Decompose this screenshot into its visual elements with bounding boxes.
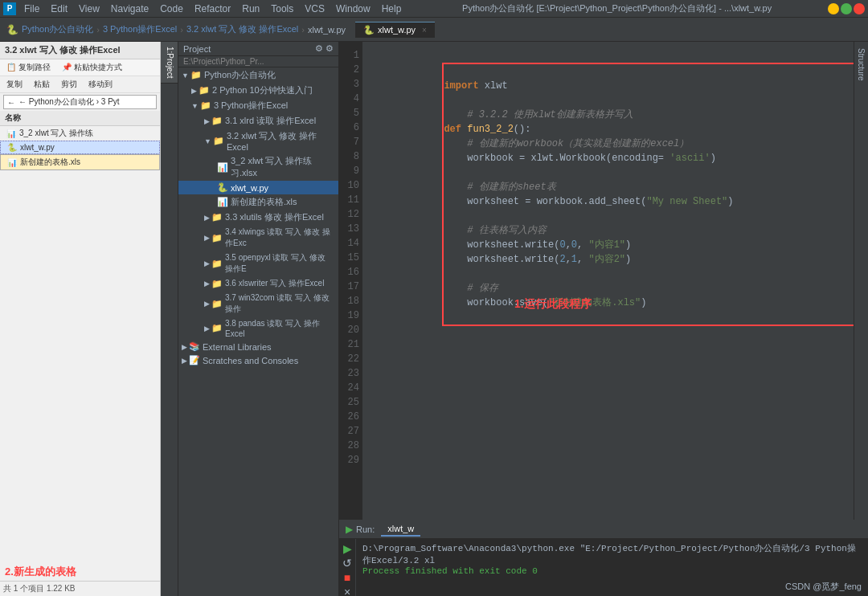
tree-arrow-31: ▶: [204, 117, 210, 125]
code-line-11: # 往表格写入内容: [444, 225, 546, 236]
tree-label-31: 3.1 xlrd 读取 操作Excel: [225, 115, 316, 127]
tree-item-33[interactable]: ▶ 📁 3.3 xlutils 修改 操作Excel: [178, 210, 338, 225]
breadcrumb-active: xlwt_w.py: [308, 25, 346, 35]
explorer-item-xlsx[interactable]: 📊 3_2 xlwt 写入 操作练: [0, 126, 160, 141]
run-tab-xlwt[interactable]: xlwt_w: [381, 522, 420, 537]
cut-button[interactable]: 剪切: [58, 78, 80, 91]
folder-icon-3: 📁: [200, 100, 211, 111]
run-rerun-button[interactable]: ↺: [342, 557, 352, 569]
project-settings-button[interactable]: ⚙: [315, 43, 323, 54]
path-back[interactable]: ←: [7, 98, 15, 107]
line-num-17: 17: [342, 280, 359, 294]
tree-item-root[interactable]: ▼ 📁 Python办公自动化: [178, 67, 338, 83]
tree-arrow-root: ▼: [182, 71, 189, 80]
structure-tab: Structure: [854, 42, 868, 520]
side-tab-project[interactable]: 1:Project: [161, 42, 178, 84]
breadcrumb-3[interactable]: 3.2 xlwt 写入 修改 操作Excel: [186, 23, 298, 35]
code-line-18: [373, 342, 379, 353]
menu-edit[interactable]: Edit: [46, 2, 72, 16]
csdn-badge: CSDN @觅梦_feng: [785, 581, 862, 593]
folder-icon-ext: 📚: [189, 341, 200, 352]
run-stop-button[interactable]: ■: [342, 571, 352, 584]
project-panel-icons: ⚙ ⚙: [315, 43, 334, 54]
tree-label-xls: 新创建的表格.xls: [231, 196, 297, 208]
project-path: E:\Project\Python_Pr...: [178, 56, 338, 67]
tree-item-xlsx[interactable]: 📊 3_2 xlwt 写入 操作练习.xlsx: [178, 153, 338, 181]
tree-arrow-32: ▼: [204, 137, 211, 145]
file-icon-py2: 🐍: [7, 143, 17, 152]
structure-tab-label[interactable]: Structure: [855, 45, 867, 84]
explorer-file-list: 📊 3_2 xlwt 写入 操作练 🐍 xlwt_w.py 📊 新创建的表格.x…: [0, 126, 160, 560]
tree-item-31[interactable]: ▶ 📁 3.1 xlrd 读取 操作Excel: [178, 113, 338, 129]
line-num-13: 13: [342, 222, 359, 236]
run-close-button[interactable]: ×: [342, 586, 352, 596]
menu-code[interactable]: Code: [155, 2, 188, 16]
code-line-20: [373, 371, 379, 382]
folder-icon-38: 📁: [211, 323, 223, 333]
tree-label-34: 3.4 xlwings 读取 写入 修改 操作Exc: [225, 227, 335, 249]
run-label: Run:: [356, 525, 375, 534]
copy-path-button[interactable]: 📋 复制路径: [3, 61, 54, 74]
paste-shortcut-button[interactable]: 📌 粘贴快捷方式: [59, 61, 125, 74]
menu-tools[interactable]: Tools: [266, 2, 298, 16]
tree-item-3[interactable]: ▼ 📁 3 Python操作Excel: [178, 98, 338, 113]
menu-run[interactable]: Run: [237, 2, 264, 16]
paste-button[interactable]: 粘贴: [31, 78, 53, 91]
code-line-14: [444, 268, 449, 280]
run-play-button[interactable]: ▶: [342, 542, 352, 555]
tree-item-35[interactable]: ▶ 📁 3.5 openpyxl 读取 写入 修改 操作E: [178, 251, 338, 276]
tree-item-xls[interactable]: 📊 新创建的表格.xls: [178, 194, 338, 210]
code-line-9: worksheet = workbook.add_sheet("My new S…: [444, 196, 733, 207]
tree-arrow-ext: ▶: [182, 343, 187, 351]
tab-bar: 🐍 xlwt_w.py ×: [355, 22, 435, 38]
run-control-toolbar: ▶ ↺ ■ ×: [339, 539, 356, 596]
file-icon-xls2: 📊: [7, 158, 17, 167]
menu-vcs[interactable]: VCS: [300, 2, 330, 16]
menu-window[interactable]: Window: [331, 2, 375, 16]
tree-item-ext[interactable]: ▶ 📚 External Libraries: [178, 340, 338, 353]
tree-item-38[interactable]: ▶ 📁 3.8 pandas 读取 写入 操作Excel: [178, 316, 338, 340]
explorer-item-py[interactable]: 🐍 xlwt_w.py: [0, 141, 160, 154]
close-button[interactable]: [854, 3, 865, 14]
menu-bar: P File Edit View Navigate Code Refactor …: [0, 0, 868, 18]
editor-tab-active[interactable]: 🐍 xlwt_w.py ×: [355, 22, 435, 38]
menu-navigate[interactable]: Navigate: [106, 2, 154, 16]
menu-refactor[interactable]: Refactor: [190, 2, 235, 16]
tree-item-36[interactable]: ▶ 📁 3.6 xlswriter 写入 操作Excel: [178, 276, 338, 291]
code-line-2: [444, 95, 449, 106]
breadcrumb-2[interactable]: 3 Python操作Excel: [103, 23, 177, 35]
line-numbers: 1 2 3 4 5 6 7 8 9 10 11 12 13 14: [339, 42, 363, 520]
move-to-button[interactable]: 移动到: [85, 78, 116, 91]
folder-icon-root: 📁: [190, 70, 202, 80]
tree-item-34[interactable]: ▶ 📁 3.4 xlwings 读取 写入 修改 操作Exc: [178, 225, 338, 251]
breadcrumb-sep1: ›: [96, 25, 100, 35]
breadcrumb-sep3: ›: [301, 25, 305, 35]
tree-item-py[interactable]: 🐍 xlwt_w.py: [178, 181, 338, 194]
menu-file[interactable]: File: [19, 2, 44, 16]
menu-view[interactable]: View: [74, 2, 104, 16]
folder-icon-2: 📁: [199, 85, 210, 96]
tree-item-32[interactable]: ▼ 📁 3.2 xlwt 写入 修改 操作Excel: [178, 129, 338, 153]
tree-item-2[interactable]: ▶ 📁 2 Python 10分钟快速入门: [178, 83, 338, 98]
line-num-11: 11: [342, 193, 359, 207]
tree-arrow-34: ▶: [204, 234, 210, 242]
code-content[interactable]: import xlwt # 3.2.2 使用xlwt创建新表格并写入 def f…: [363, 42, 854, 520]
breadcrumb-root[interactable]: Python办公自动化: [22, 23, 93, 35]
tree-item-37[interactable]: ▶ 📁 3.7 win32com 读取 写入 修改 操作: [178, 291, 338, 316]
tree-label-xlsx: 3_2 xlwt 写入 操作练习.xlsx: [231, 155, 335, 179]
tab-icon-py: 🐍: [363, 25, 375, 35]
tree-label-py: xlwt_w.py: [231, 183, 268, 193]
line-num-1: 1: [342, 48, 359, 63]
code-line-29: [373, 501, 379, 512]
tree-item-scratches[interactable]: ▶ 📝 Scratches and Consoles: [178, 353, 338, 367]
maximize-button[interactable]: [841, 3, 852, 14]
code-line-8: # 创建新的sheet表: [444, 182, 555, 193]
minimize-button[interactable]: [828, 3, 839, 14]
project-gear-button[interactable]: ⚙: [326, 43, 334, 54]
copy-button[interactable]: 复制: [3, 78, 26, 91]
tab-close-button[interactable]: ×: [422, 26, 427, 35]
line-num-29: 29: [342, 453, 359, 467]
menu-help[interactable]: Help: [377, 2, 407, 16]
explorer-item-xls[interactable]: 📊 新创建的表格.xls: [0, 154, 160, 170]
line-num-25: 25: [342, 395, 359, 410]
